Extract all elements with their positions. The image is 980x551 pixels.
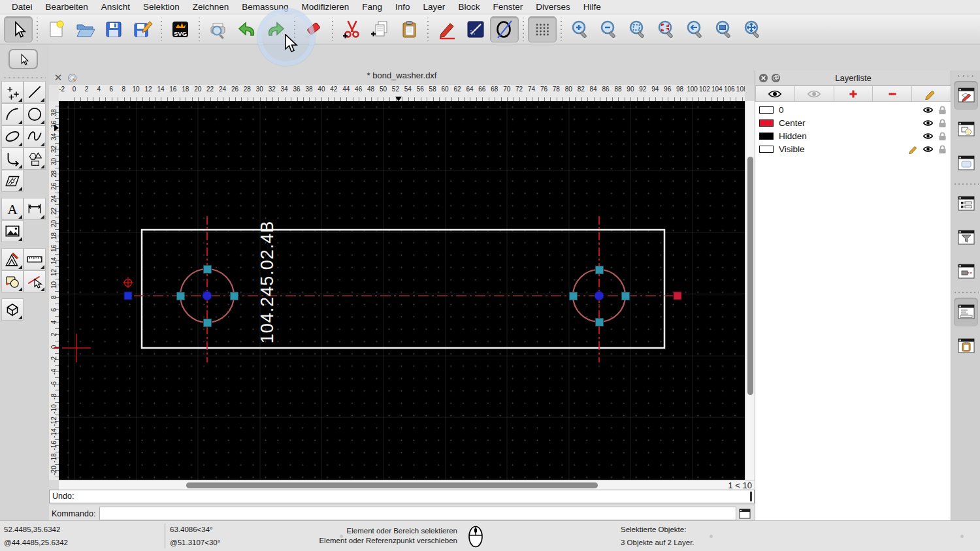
menu-datei[interactable]: Datei — [5, 0, 39, 14]
layer-lock-icon[interactable] — [937, 118, 948, 128]
points-tool-button[interactable] — [1, 81, 24, 103]
layer-lock-icon[interactable] — [937, 105, 948, 115]
dock-pen-wizard-button[interactable] — [954, 257, 978, 286]
hide-all-layers-button[interactable] — [795, 86, 834, 102]
block-tool-button[interactable] — [1, 270, 24, 292]
modify-tool-button[interactable] — [1, 248, 24, 270]
menu-block[interactable]: Block — [451, 0, 486, 14]
menu-selektion[interactable]: Selektion — [137, 0, 186, 14]
add-layer-button[interactable] — [834, 86, 874, 102]
horizontal-scrollbar[interactable]: 1 < 10 — [59, 480, 755, 490]
layer-lock-icon[interactable] — [937, 144, 948, 154]
layer-color-swatch[interactable] — [759, 146, 774, 153]
copy-button[interactable] — [366, 16, 395, 42]
dock-entity-list-button[interactable] — [954, 189, 978, 218]
menu-hilfe[interactable]: Hilfe — [577, 0, 608, 14]
ellipse-tool-button[interactable] — [1, 125, 24, 148]
zoom-out-button[interactable] — [595, 16, 623, 42]
layer-visibility-icon[interactable] — [923, 144, 934, 154]
zoom-previous-button[interactable] — [681, 16, 710, 42]
menu-ansicht[interactable]: Ansicht — [95, 0, 137, 14]
part-number-text[interactable]: 104.245.02.4B — [257, 221, 277, 344]
layer-row-0[interactable]: 0 — [755, 103, 951, 116]
save-as-button[interactable] — [128, 16, 157, 42]
layer-row-center[interactable]: Center — [755, 116, 951, 129]
layer-lock-icon[interactable] — [937, 131, 948, 141]
layer-color-swatch[interactable] — [759, 106, 774, 114]
zoom-pan-button[interactable] — [738, 16, 767, 42]
solid-tool-button[interactable] — [1, 298, 24, 321]
layer-color-swatch[interactable] — [759, 119, 774, 127]
show-all-layers-button[interactable] — [755, 86, 795, 102]
undo-button[interactable] — [233, 16, 261, 42]
dock-command-line-button[interactable] — [954, 298, 978, 326]
center-node-right[interactable] — [595, 291, 604, 300]
dock-layer-list-button[interactable] — [954, 81, 978, 110]
print-preview-button[interactable] — [204, 16, 233, 42]
dock-block-list-button[interactable] — [954, 115, 978, 144]
circle-tool-button[interactable] — [24, 103, 46, 125]
zoom-in-button[interactable] — [566, 16, 595, 42]
remove-layer-button[interactable] — [873, 86, 912, 102]
dock-library-browser-button[interactable] — [954, 149, 978, 178]
dock-drag-handle[interactable] — [956, 74, 976, 78]
paste-button[interactable] — [395, 16, 423, 42]
line-attributes-button[interactable] — [461, 16, 490, 42]
zoom-window-red-button[interactable] — [652, 16, 681, 42]
image-tool-button[interactable] — [1, 220, 24, 242]
layer-visibility-icon[interactable] — [923, 131, 934, 141]
command-window-icon[interactable] — [739, 509, 751, 519]
palette-drag-handle[interactable] — [3, 76, 46, 80]
horizontal-scrollbar-thumb[interactable] — [186, 482, 598, 488]
vertical-scrollbar-thumb[interactable] — [747, 157, 753, 395]
zoom-window-button[interactable] — [710, 16, 738, 42]
zoom-auto-button[interactable] — [623, 16, 652, 42]
menu-info[interactable]: Info — [389, 0, 417, 14]
select-tool-button-left[interactable] — [8, 49, 38, 69]
open-file-button[interactable] — [71, 16, 99, 42]
washer-outline[interactable] — [142, 230, 664, 348]
layer-color-swatch[interactable] — [759, 133, 774, 140]
select-tool-button[interactable] — [4, 16, 33, 42]
layer-visibility-icon[interactable] — [923, 118, 934, 128]
edit-layer-button[interactable] — [912, 86, 951, 102]
circle-tool-button[interactable] — [490, 16, 519, 42]
polygon-tool-button[interactable] — [24, 148, 46, 170]
hatch-tool-button[interactable] — [1, 170, 24, 192]
dock-clipboard-button[interactable] — [954, 332, 978, 360]
pen-attributes-button[interactable] — [433, 16, 461, 42]
grid-toggle-button[interactable] — [528, 16, 557, 42]
cut-button[interactable] — [337, 16, 366, 42]
command-input[interactable] — [99, 507, 736, 520]
arc-tool-button[interactable] — [1, 103, 24, 125]
measure-tool-button[interactable] — [24, 248, 46, 270]
polyline-tool-button[interactable] — [1, 148, 24, 170]
layer-visibility-icon[interactable] — [923, 105, 934, 115]
menu-bemassung[interactable]: Bemassung — [235, 0, 295, 14]
menu-diverses[interactable]: Diverses — [529, 0, 577, 14]
redo-button[interactable] — [261, 16, 290, 42]
menu-fenster[interactable]: Fenster — [486, 0, 529, 14]
menu-modifizieren[interactable]: Modifizieren — [295, 0, 356, 14]
dock-selection-filter-button[interactable] — [954, 223, 978, 252]
menu-bearbeiten[interactable]: Bearbeiten — [39, 0, 95, 14]
undo-history-bar[interactable]: Undo: — [49, 490, 755, 503]
vertical-scrollbar[interactable] — [745, 101, 755, 480]
text-tool-button[interactable]: A — [1, 198, 24, 220]
line-tool-button[interactable] — [24, 81, 46, 103]
select-modify-tool-button[interactable] — [24, 270, 46, 292]
endpoint-handle-red[interactable] — [674, 292, 681, 300]
menu-zeichnen[interactable]: Zeichnen — [186, 0, 236, 14]
endpoint-handle-blue[interactable] — [124, 292, 132, 300]
save-button[interactable] — [99, 16, 128, 42]
delete-button[interactable] — [299, 16, 328, 42]
menu-layer[interactable]: Layer — [417, 0, 452, 14]
center-node-left[interactable] — [203, 291, 212, 300]
spline-tool-button[interactable] — [24, 125, 46, 148]
dimension-tool-button[interactable] — [24, 198, 46, 220]
svg-export-button[interactable]: SVG — [166, 16, 195, 42]
layer-row-hidden[interactable]: Hidden — [755, 129, 951, 142]
drawing-canvas[interactable]: 104.245.02.4B — [59, 101, 745, 480]
layer-row-visible[interactable]: Visible — [755, 142, 951, 155]
menu-fang[interactable]: Fang — [355, 0, 389, 14]
